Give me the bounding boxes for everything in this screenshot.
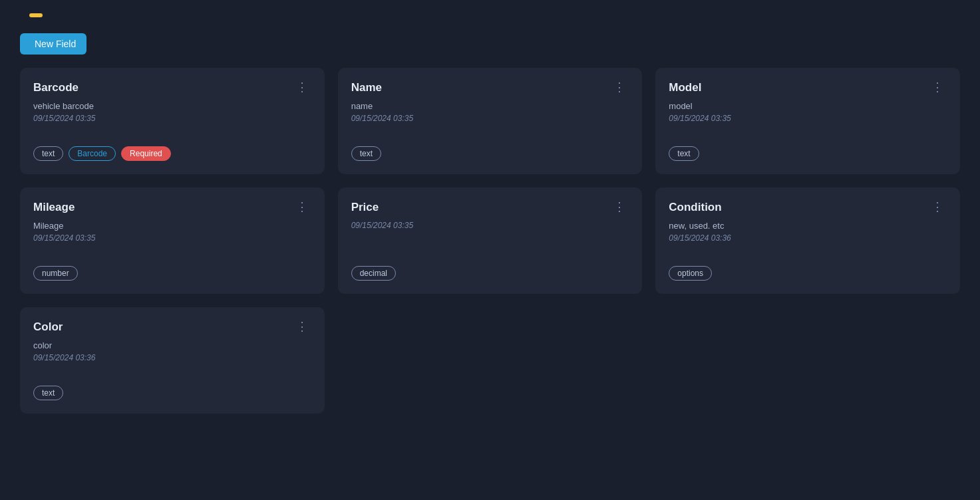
new-field-label: New Field bbox=[35, 39, 76, 49]
tag-text-barcode: text bbox=[33, 146, 63, 161]
card-menu-button-mileage[interactable]: ⋮ bbox=[293, 201, 311, 213]
card-title-color: Color bbox=[33, 320, 63, 334]
sheets-badge bbox=[29, 13, 43, 17]
tag-required-barcode: Required bbox=[121, 146, 171, 161]
card-tags-price: decimal bbox=[351, 266, 629, 281]
card-menu-button-price[interactable]: ⋮ bbox=[611, 201, 629, 213]
card-barcode: Barcode⋮vehicle barcode09/15/2024 03:35t… bbox=[20, 68, 325, 174]
card-date-price: 09/15/2024 03:35 bbox=[351, 221, 629, 230]
card-date-barcode: 09/15/2024 03:35 bbox=[33, 114, 311, 123]
tag-text-model: text bbox=[669, 146, 699, 161]
card-title-model: Model bbox=[669, 81, 701, 94]
card-menu-button-color[interactable]: ⋮ bbox=[293, 320, 311, 332]
card-menu-button-condition[interactable]: ⋮ bbox=[929, 201, 947, 213]
card-menu-button-model[interactable]: ⋮ bbox=[929, 81, 947, 93]
card-menu-button-name[interactable]: ⋮ bbox=[611, 81, 629, 93]
card-header-color: Color⋮ bbox=[33, 320, 311, 334]
tag-text-name: text bbox=[351, 146, 381, 161]
card-header-model: Model⋮ bbox=[669, 81, 947, 94]
card-date-mileage: 09/15/2024 03:35 bbox=[33, 233, 311, 243]
card-price: Price⋮09/15/2024 03:35decimal bbox=[338, 188, 643, 294]
card-date-name: 09/15/2024 03:35 bbox=[351, 114, 629, 123]
card-mileage: Mileage⋮Mileage09/15/2024 03:35number bbox=[20, 188, 325, 294]
card-menu-button-barcode[interactable]: ⋮ bbox=[293, 81, 311, 93]
card-condition: Condition⋮new, used. etc09/15/2024 03:36… bbox=[655, 188, 960, 294]
card-color: Color⋮color09/15/2024 03:36text bbox=[20, 307, 325, 414]
card-date-condition: 09/15/2024 03:36 bbox=[669, 233, 947, 243]
new-field-button[interactable]: New Field bbox=[20, 33, 86, 55]
tag-barcode-barcode: Barcode bbox=[69, 146, 116, 161]
card-tags-name: text bbox=[351, 146, 629, 161]
tag-text-color: text bbox=[33, 386, 63, 400]
card-title-mileage: Mileage bbox=[33, 201, 75, 214]
card-tags-model: text bbox=[669, 146, 947, 161]
card-date-color: 09/15/2024 03:36 bbox=[33, 353, 311, 362]
tag-number-mileage: number bbox=[33, 266, 78, 281]
card-desc-model: model bbox=[669, 101, 947, 111]
card-model: Model⋮model09/15/2024 03:35text bbox=[655, 68, 960, 174]
card-tags-barcode: textBarcodeRequired bbox=[33, 146, 311, 161]
card-tags-mileage: number bbox=[33, 266, 311, 281]
tag-decimal-price: decimal bbox=[351, 266, 396, 281]
card-title-name: Name bbox=[351, 81, 382, 94]
card-desc-color: color bbox=[33, 340, 311, 350]
card-header-price: Price⋮ bbox=[351, 201, 629, 214]
tag-options-condition: options bbox=[669, 266, 712, 281]
card-name: Name⋮name09/15/2024 03:35text bbox=[338, 68, 643, 174]
card-header-barcode: Barcode⋮ bbox=[33, 81, 311, 94]
card-desc-mileage: Mileage bbox=[33, 221, 311, 231]
card-header-mileage: Mileage⋮ bbox=[33, 201, 311, 214]
card-desc-barcode: vehicle barcode bbox=[33, 101, 311, 111]
card-date-model: 09/15/2024 03:35 bbox=[669, 114, 947, 123]
card-header-condition: Condition⋮ bbox=[669, 201, 947, 214]
card-title-barcode: Barcode bbox=[33, 81, 79, 94]
card-tags-condition: options bbox=[669, 266, 947, 281]
card-header-name: Name⋮ bbox=[351, 81, 629, 94]
card-title-price: Price bbox=[351, 201, 379, 214]
cards-grid: Barcode⋮vehicle barcode09/15/2024 03:35t… bbox=[20, 68, 960, 414]
card-desc-condition: new, used. etc bbox=[669, 221, 947, 231]
card-title-condition: Condition bbox=[669, 201, 721, 214]
app-header bbox=[20, 13, 960, 17]
card-desc-name: name bbox=[351, 101, 629, 111]
card-tags-color: text bbox=[33, 386, 311, 400]
